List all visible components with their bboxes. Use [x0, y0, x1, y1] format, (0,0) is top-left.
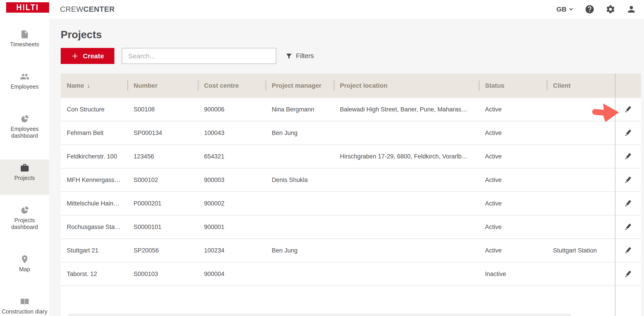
cell-client	[547, 145, 615, 168]
column-header-project-manager[interactable]: Project manager	[266, 73, 334, 98]
cell-project-location: Hirschgraben 17-29, 6800, Feldkirch, Vor…	[334, 145, 479, 168]
column-header-number[interactable]: Number	[128, 73, 198, 98]
cell-number: 123456	[128, 145, 198, 168]
sidebar-item-employees[interactable]: Employees	[0, 68, 49, 104]
cell-project-manager: Ben Jung	[266, 121, 334, 145]
column-header-name[interactable]: Name ↓	[61, 73, 128, 98]
edit-button[interactable]	[621, 173, 635, 187]
cell-name: Rochusgasse Sta…	[61, 215, 128, 238]
hilti-logo[interactable]: HILTI	[6, 2, 49, 13]
cell-name: Mittelschule Hain…	[61, 192, 128, 215]
table-row[interactable]: Feldkircherstr. 100 123456 654321 Hirsch…	[61, 145, 641, 168]
language-selector[interactable]: GB	[556, 5, 574, 13]
cell-status: Active	[479, 168, 547, 191]
cell-number: S000103	[128, 262, 198, 286]
edit-column-separator	[615, 73, 616, 316]
cell-client	[547, 121, 615, 145]
people-icon	[20, 72, 30, 81]
cell-client	[547, 98, 615, 121]
help-button[interactable]	[585, 4, 595, 14]
cell-project-location	[334, 262, 479, 286]
cell-project-manager	[266, 145, 334, 168]
pencil-icon	[623, 269, 633, 279]
sort-desc-icon: ↓	[87, 82, 90, 90]
column-header-client[interactable]: Client	[547, 73, 615, 98]
cell-cost-centre: 900004	[198, 262, 266, 286]
pencil-icon	[623, 152, 633, 161]
pencil-icon	[623, 175, 633, 185]
cell-cost-centre: 100234	[198, 239, 266, 262]
account-button[interactable]	[626, 4, 636, 14]
cell-client	[547, 215, 615, 238]
pencil-icon	[623, 246, 633, 255]
cell-project-manager	[266, 192, 334, 215]
pie-chart-icon	[20, 114, 30, 124]
cell-client	[547, 262, 615, 286]
top-bar: HILTI CREWCENTER GB	[0, 0, 644, 18]
edit-button[interactable]	[621, 267, 635, 281]
cell-cost-centre: 900003	[198, 168, 266, 191]
cell-number: S00108	[128, 98, 198, 121]
table-row[interactable]: Mittelschule Hain… P0000201 900002 Activ…	[61, 192, 641, 215]
edit-button[interactable]	[621, 126, 635, 140]
cell-project-manager: Ben Jung	[266, 239, 334, 262]
plus-icon	[71, 52, 79, 60]
sidebar-item-map[interactable]: Map	[0, 251, 49, 286]
cell-project-manager: Nina Bergmann	[266, 98, 334, 121]
edit-button[interactable]	[621, 197, 635, 210]
cell-name: Fehmarn Belt	[61, 121, 128, 145]
table-row[interactable]: Taborst. 12 S000103 900004 Inactive	[61, 262, 641, 286]
cell-status: Active	[479, 145, 547, 168]
edit-button[interactable]	[621, 103, 635, 116]
cell-number: SP000134	[128, 121, 198, 145]
sidebar-item-employees-dashboard[interactable]: Employees dashboard	[0, 111, 49, 153]
sidebar-item-projects-dashboard[interactable]: Projects dashboard	[0, 202, 49, 244]
cell-cost-centre: 900002	[198, 192, 266, 215]
horizontal-scrollbar[interactable]	[68, 314, 571, 316]
help-icon	[585, 4, 595, 14]
table-row[interactable]: Fehmarn Belt SP000134 100043 Ben Jung Ac…	[61, 121, 641, 145]
search-input[interactable]	[122, 48, 276, 64]
cell-project-location	[334, 168, 479, 191]
cell-status: Inactive	[479, 262, 547, 286]
cell-project-manager	[266, 215, 334, 238]
column-header-status[interactable]: Status	[479, 73, 547, 98]
cell-client	[547, 168, 615, 191]
edit-button[interactable]	[621, 220, 635, 234]
pencil-icon	[623, 128, 633, 138]
cell-name: Taborst. 12	[61, 262, 128, 286]
app-title-regular: CREW	[60, 5, 83, 13]
settings-button[interactable]	[606, 4, 616, 14]
create-button[interactable]: Create	[61, 48, 114, 64]
sidebar-item-construction-diary[interactable]: Construction diary	[0, 293, 49, 316]
filter-funnel-icon	[285, 52, 292, 60]
gear-icon	[606, 4, 616, 14]
sidebar-item-timesheets[interactable]: Timesheets	[0, 26, 49, 61]
language-code: GB	[556, 5, 566, 13]
map-pin-icon	[20, 255, 30, 264]
cell-cost-centre: 654321	[198, 145, 266, 168]
cell-cost-centre: 900006	[198, 98, 266, 121]
pie-chart-icon	[20, 205, 30, 215]
table-row[interactable]: Stuttgart 21 SP20056 100234 Ben Jung Act…	[61, 239, 641, 262]
sidebar-item-label: Employees	[11, 83, 39, 90]
cell-status: Active	[479, 121, 547, 145]
sidebar-item-projects[interactable]: Projects	[0, 159, 49, 195]
cell-project-manager: Denis Shukla	[266, 168, 334, 191]
app-title-bold: CENTER	[83, 5, 115, 13]
filters-button[interactable]: Filters	[285, 48, 314, 64]
edit-button[interactable]	[621, 150, 635, 163]
table-row[interactable]: MFH Kennergass… S000102 900003 Denis Shu…	[61, 168, 641, 192]
column-header-project-location[interactable]: Project location	[334, 73, 479, 98]
edit-button[interactable]	[621, 244, 635, 257]
cell-client	[547, 192, 615, 215]
table-row[interactable]: Rochusgasse Sta… S0000101 900001 Active	[61, 215, 641, 239]
sidebar-item-label: Employees dashboard	[1, 126, 48, 139]
table-row[interactable]: Con Structure S00108 900006 Nina Bergman…	[61, 98, 641, 121]
column-header-cost-centre[interactable]: Cost centre	[198, 73, 266, 98]
sidebar: Timesheets Employees Employees dashboard…	[0, 18, 49, 316]
cell-name: Stuttgart 21	[61, 239, 128, 262]
cell-project-location	[334, 239, 479, 262]
cell-name: Con Structure	[61, 98, 128, 121]
cell-client: Stuttgart Station	[547, 239, 615, 262]
